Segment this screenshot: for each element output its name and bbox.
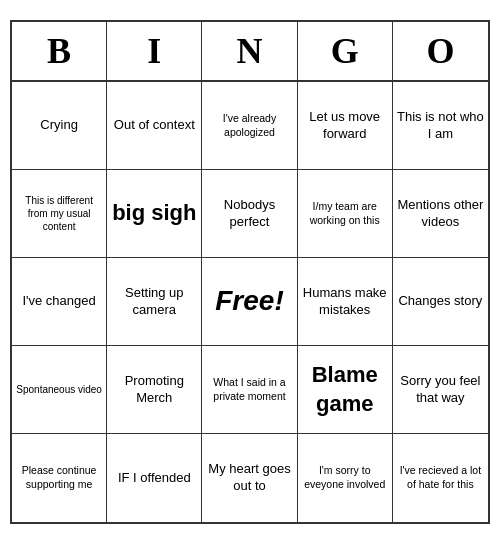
bingo-cell: This is different from my usual content (12, 170, 107, 258)
header-letter: I (107, 22, 202, 80)
bingo-cell: Let us move forward (298, 82, 393, 170)
bingo-cell: Changes story (393, 258, 488, 346)
bingo-cell: Nobodys perfect (202, 170, 297, 258)
bingo-cell: My heart goes out to (202, 434, 297, 522)
bingo-cell: Blame game (298, 346, 393, 434)
bingo-cell: Spontaneous video (12, 346, 107, 434)
header-letter: B (12, 22, 107, 80)
header-letter: N (202, 22, 297, 80)
bingo-cell: I'm sorry to eveyone involved (298, 434, 393, 522)
header-letter: O (393, 22, 488, 80)
bingo-cell: Humans make mistakes (298, 258, 393, 346)
header-letter: G (298, 22, 393, 80)
bingo-header: BINGO (12, 22, 488, 82)
bingo-cell: Sorry you feel that way (393, 346, 488, 434)
bingo-cell: I/my team are working on this (298, 170, 393, 258)
bingo-cell: Out of context (107, 82, 202, 170)
bingo-cell: Promoting Merch (107, 346, 202, 434)
bingo-cell: Free! (202, 258, 297, 346)
bingo-cell: Please continue supporting me (12, 434, 107, 522)
bingo-cell: What I said in a private moment (202, 346, 297, 434)
bingo-cell: I've changed (12, 258, 107, 346)
bingo-cell: Crying (12, 82, 107, 170)
bingo-cell: This is not who I am (393, 82, 488, 170)
bingo-cell: Setting up camera (107, 258, 202, 346)
bingo-card: BINGO CryingOut of contextI've already a… (10, 20, 490, 524)
bingo-cell: I've recieved a lot of hate for this (393, 434, 488, 522)
bingo-cell: I've already apologized (202, 82, 297, 170)
bingo-cell: big sigh (107, 170, 202, 258)
bingo-cell: Mentions other videos (393, 170, 488, 258)
bingo-grid: CryingOut of contextI've already apologi… (12, 82, 488, 522)
bingo-cell: IF I offended (107, 434, 202, 522)
